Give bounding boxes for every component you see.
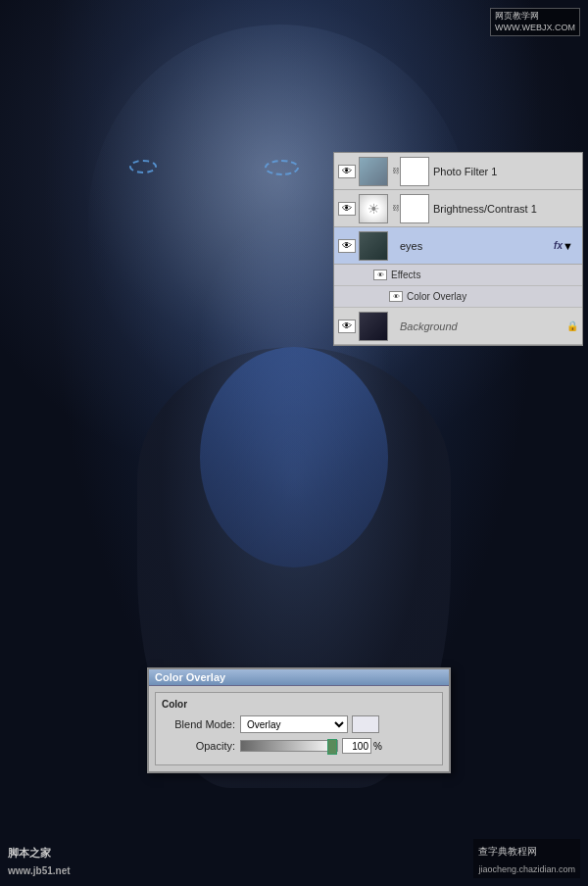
layer-fx-badge: fx bbox=[554, 240, 563, 251]
blend-mode-row: Blend Mode: Overlay Normal Multiply Scre… bbox=[162, 715, 436, 733]
layer-mask-brightness bbox=[400, 194, 429, 223]
watermark-bottom-left-url: www.jb51.net bbox=[8, 865, 71, 876]
layer-row-eyes[interactable]: 👁 eyes fx ▼ bbox=[334, 227, 582, 265]
dialog-color-section: Color Blend Mode: Overlay Normal Multipl… bbox=[155, 692, 443, 765]
blend-mode-label: Blend Mode: bbox=[162, 718, 235, 730]
visibility-eye-bg[interactable]: 👁 bbox=[338, 320, 356, 333]
dialog-section-color-title: Color bbox=[162, 699, 436, 710]
watermark-bottom-right: 查字典教程网 jiaocheng.chazidian.com bbox=[473, 839, 580, 878]
color-overlay-label: Color Overlay bbox=[407, 291, 466, 302]
color-overlay-visibility-eye[interactable]: 👁 bbox=[389, 291, 403, 302]
layers-panel: 👁 ⛓ Photo Filter 1 👁 ⛓ Brightness/Contra… bbox=[333, 152, 583, 346]
layer-label-eyes: eyes bbox=[400, 240, 551, 252]
opacity-value[interactable]: 100 bbox=[342, 738, 371, 754]
opacity-label: Opacity: bbox=[162, 740, 235, 752]
watermark-bottom-left-text: 脚本之家 bbox=[8, 847, 51, 859]
layer-label-photo-filter: Photo Filter 1 bbox=[433, 166, 578, 177]
watermark-top-line2: WWW.WEBJX.COM bbox=[495, 23, 575, 34]
layer-row-brightness-contrast[interactable]: 👁 ⛓ Brightness/Contrast 1 bbox=[334, 190, 582, 227]
layer-row-background[interactable]: 👁 Background 🔒 bbox=[334, 308, 582, 345]
dialog-title: Color Overlay bbox=[149, 669, 449, 686]
opacity-slider[interactable] bbox=[240, 740, 338, 752]
layer-thumb-eyes bbox=[359, 231, 388, 261]
visibility-eye-brightness[interactable]: 👁 bbox=[338, 202, 356, 216]
opacity-slider-thumb[interactable] bbox=[327, 739, 337, 755]
layer-label-bg: Background bbox=[400, 320, 564, 332]
watermark-bottom-right-url: jiaocheng.chazidian.com bbox=[478, 864, 575, 874]
ghost-eye-right bbox=[265, 160, 299, 175]
layer-chain-brightness: ⛓ bbox=[392, 194, 400, 223]
layer-mask-photo-filter bbox=[400, 157, 429, 186]
watermark-top-line1: 网页教学网 bbox=[495, 11, 575, 23]
opacity-row: Opacity: 100 % bbox=[162, 738, 436, 754]
watermark-bottom-left: 脚本之家 www.jb51.net bbox=[8, 843, 71, 878]
layer-row-photo-filter[interactable]: 👁 ⛓ Photo Filter 1 bbox=[334, 153, 582, 190]
ghost-eye-left bbox=[129, 160, 157, 173]
layer-label-brightness: Brightness/Contrast 1 bbox=[433, 203, 578, 215]
visibility-eye-eyes[interactable]: 👁 bbox=[338, 239, 356, 253]
blend-mode-select[interactable]: Overlay Normal Multiply Screen Soft Ligh… bbox=[240, 715, 348, 733]
layer-thumb-brightness bbox=[359, 194, 388, 223]
opacity-percent-label: % bbox=[373, 741, 382, 752]
color-overlay-dialog: Color Overlay Color Blend Mode: Overlay … bbox=[147, 667, 451, 773]
color-swatch[interactable] bbox=[352, 715, 379, 733]
visibility-eye-photo-filter[interactable]: 👁 bbox=[338, 165, 356, 178]
effects-visibility-eye[interactable]: 👁 bbox=[373, 270, 387, 280]
color-overlay-row[interactable]: 👁 Color Overlay bbox=[334, 286, 582, 308]
watermark-top: 网页教学网 WWW.WEBJX.COM bbox=[490, 8, 580, 36]
layer-thumb-photo-filter bbox=[359, 157, 388, 186]
watermark-bottom-right-text: 查字典教程网 bbox=[478, 846, 537, 857]
collapse-arrow[interactable]: ▼ bbox=[563, 240, 578, 252]
layer-lock-icon: 🔒 bbox=[566, 320, 578, 331]
layer-thumb-bg bbox=[359, 312, 388, 341]
effects-row: 👁 Effects bbox=[334, 265, 582, 286]
effects-label: Effects bbox=[391, 270, 420, 280]
layer-chain-photo-filter: ⛓ bbox=[392, 157, 400, 186]
